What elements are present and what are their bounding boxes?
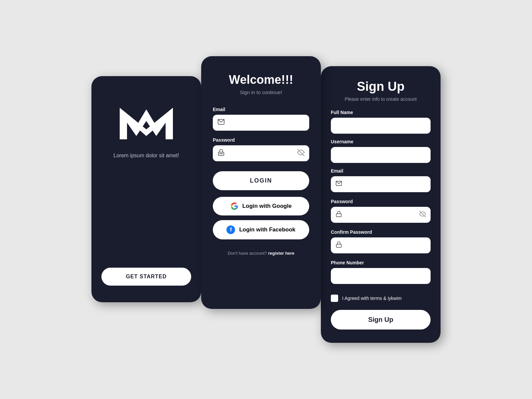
register-link[interactable]: register here: [268, 251, 294, 256]
google-login-button[interactable]: Login with Google: [213, 197, 309, 215]
register-prompt: Don't have account? register here: [213, 251, 309, 256]
fullname-input[interactable]: [331, 118, 431, 134]
screens-container: Lorem ipsum dolor sit amet! GET STARTED …: [91, 56, 441, 343]
phone-label: Phone Number: [331, 260, 431, 265]
username-label: Username: [331, 139, 431, 144]
signup-password-input[interactable]: [331, 207, 431, 223]
email-input[interactable]: [213, 115, 309, 131]
splash-screen: Lorem ipsum dolor sit amet! GET STARTED: [91, 76, 201, 302]
email-field-wrapper: [213, 115, 309, 131]
signup-subtitle: Please enter info to create account: [331, 96, 431, 102]
facebook-icon: f: [226, 225, 235, 234]
terms-checkbox[interactable]: [331, 295, 338, 302]
signup-button[interactable]: Sign Up: [331, 310, 431, 330]
username-input[interactable]: [331, 147, 431, 163]
signup-password-wrapper: [331, 207, 431, 223]
splash-tagline: Lorem ipsum dolor sit amet!: [113, 153, 179, 159]
signup-email-label: Email: [331, 168, 431, 174]
confirm-password-wrapper: [331, 237, 431, 253]
google-icon: [230, 202, 238, 210]
password-toggle-icon[interactable]: [297, 149, 305, 158]
get-started-button[interactable]: GET STARTED: [101, 268, 191, 286]
login-title: Welcome!!!: [213, 73, 309, 87]
facebook-login-label: Login with Facebook: [239, 226, 295, 233]
logo-area: Lorem ipsum dolor sit amet!: [113, 103, 179, 159]
password-label: Password: [213, 137, 309, 143]
signup-password-toggle-icon[interactable]: [419, 211, 426, 219]
facebook-login-button[interactable]: f Login with Facebook: [213, 220, 309, 239]
terms-row: I Agreed with terms & iykwim: [331, 295, 431, 302]
phone-input[interactable]: [331, 268, 431, 284]
signup-password-label: Password: [331, 199, 431, 204]
signup-screen: Sign Up Please enter info to create acco…: [321, 66, 441, 343]
password-field-wrapper: [213, 145, 309, 161]
login-subtitle: Sign in to continue!: [213, 89, 309, 95]
signup-email-wrapper: [331, 176, 431, 192]
google-login-label: Login with Google: [242, 203, 292, 209]
signup-email-input[interactable]: [331, 176, 431, 192]
confirm-password-input[interactable]: [331, 237, 431, 253]
password-input[interactable]: [213, 145, 309, 161]
email-label: Email: [213, 107, 309, 112]
login-screen: Welcome!!! Sign in to continue! Email Pa…: [201, 56, 321, 309]
terms-label: I Agreed with terms & iykwim: [342, 296, 402, 301]
login-button[interactable]: LOGIN: [213, 171, 309, 190]
confirm-password-label: Confirm Password: [331, 229, 431, 235]
signup-title: Sign Up: [331, 79, 431, 94]
fullname-label: Full Name: [331, 110, 431, 115]
brand-logo: [116, 103, 176, 143]
